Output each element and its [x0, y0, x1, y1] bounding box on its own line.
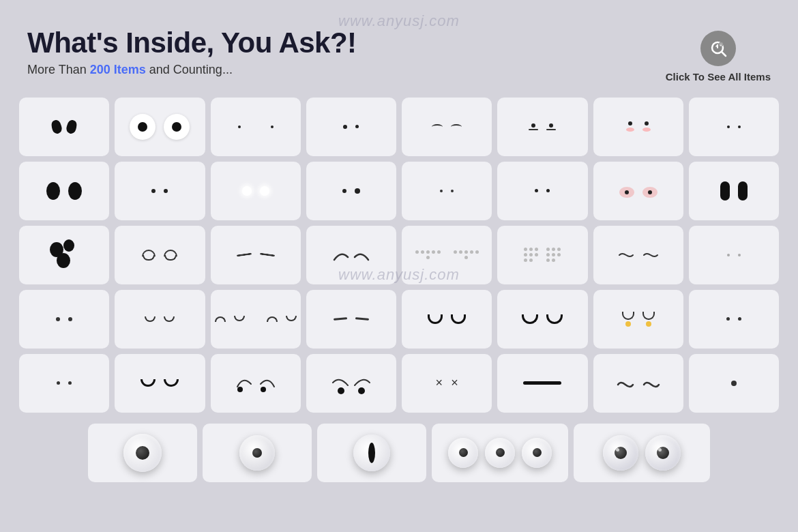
svg-text:+: + [720, 43, 722, 47]
svg-point-6 [237, 387, 243, 392]
items-grid: × × [0, 98, 798, 424]
subtitle: More Than 200 Items and Counting... [27, 63, 357, 77]
eye-item-17[interactable] [19, 226, 109, 284]
eye-3d-2[interactable] [203, 424, 312, 482]
eye-item-2[interactable] [115, 98, 205, 156]
magnifier-icon: + [700, 31, 736, 66]
eye-3d-1[interactable] [88, 424, 197, 482]
eye-item-36[interactable] [306, 354, 396, 413]
subtitle-before: More Than [27, 63, 90, 76]
eye-item-10[interactable] [115, 162, 205, 220]
svg-point-7 [261, 387, 266, 392]
eye-item-20[interactable] [306, 226, 396, 284]
svg-point-9 [358, 387, 365, 394]
main-title: What's Inside, You Ask?! [27, 27, 357, 59]
eye-item-3[interactable] [211, 98, 301, 156]
subtitle-after: and Counting... [149, 63, 233, 76]
eye-item-40[interactable] [689, 354, 779, 413]
eye-item-15[interactable] [593, 162, 683, 220]
eye-item-28[interactable] [306, 290, 396, 349]
eye-item-39[interactable] [593, 354, 683, 413]
eye-item-27[interactable] [211, 290, 301, 349]
eye-item-38[interactable] [497, 354, 587, 413]
eye-item-19[interactable] [211, 226, 301, 284]
cta-button[interactable]: + Click To See All Items [666, 31, 771, 84]
eye-item-34[interactable] [115, 354, 205, 413]
eye-item-11[interactable] [211, 162, 301, 220]
eye-item-7[interactable] [593, 98, 683, 156]
eye-item-6[interactable] [497, 98, 587, 156]
eye-item-13[interactable] [402, 162, 492, 220]
eye-item-29[interactable] [402, 290, 492, 349]
eye-item-24[interactable] [689, 226, 779, 284]
eye-item-18[interactable] [115, 226, 205, 284]
eye-item-23[interactable] [593, 226, 683, 284]
eye-item-30[interactable] [497, 290, 587, 349]
eye-item-14[interactable] [497, 162, 587, 220]
eye-item-4[interactable] [306, 98, 396, 156]
eye-3d-4[interactable] [432, 424, 568, 482]
eye-item-8[interactable] [689, 98, 779, 156]
eye-item-9[interactable] [19, 162, 109, 220]
cta-label: Click To See All Items [666, 70, 771, 84]
title-block: What's Inside, You Ask?! More Than 200 I… [27, 27, 357, 77]
eye-item-33[interactable] [19, 354, 109, 413]
eye-item-35[interactable] [211, 354, 301, 413]
eye-item-22[interactable] [497, 226, 587, 284]
eye-item-12[interactable] [306, 162, 396, 220]
bottom-row [0, 424, 798, 493]
eye-item-31[interactable] [593, 290, 683, 349]
eye-item-21[interactable] [402, 226, 492, 284]
grid: × × [19, 98, 779, 413]
svg-line-1 [722, 52, 726, 56]
eye-item-37[interactable]: × × [402, 354, 492, 413]
eye-3d-5[interactable] [574, 424, 710, 482]
eye-item-16[interactable] [689, 162, 779, 220]
eye-3d-3[interactable] [317, 424, 426, 482]
eye-item-5[interactable] [402, 98, 492, 156]
eye-item-1[interactable] [19, 98, 109, 156]
eye-item-26[interactable] [115, 290, 205, 349]
header: What's Inside, You Ask?! More Than 200 I… [0, 0, 798, 98]
subtitle-highlight: 200 Items [90, 63, 146, 76]
eye-item-25[interactable] [19, 290, 109, 349]
svg-point-8 [338, 387, 344, 394]
eye-item-32[interactable] [689, 290, 779, 349]
